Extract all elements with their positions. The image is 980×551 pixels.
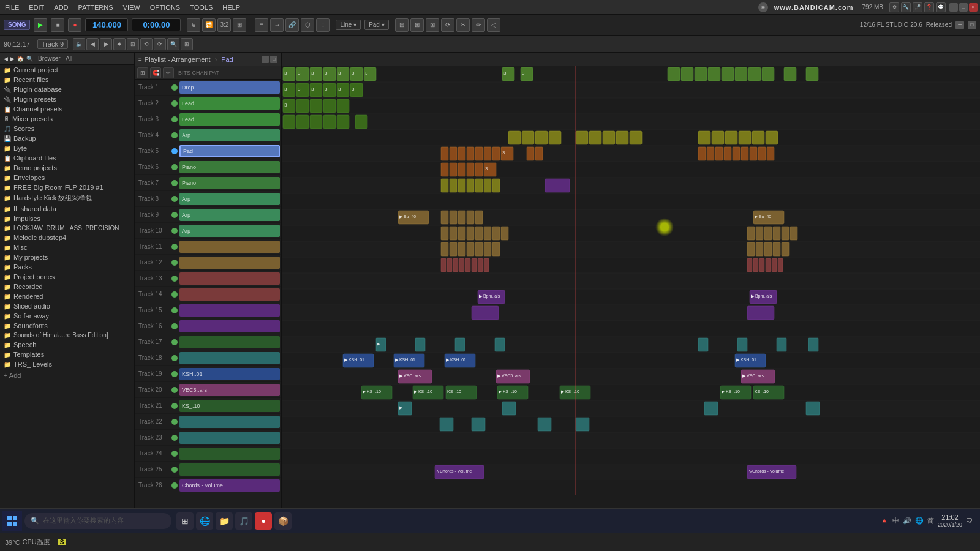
track-11-bar[interactable] [179,241,280,253]
track-5-bar[interactable]: Pad [179,145,280,157]
sidebar-item-scores[interactable]: 🎵 Scores [0,124,134,133]
sys-tray-icon-4[interactable]: 🌐 [915,517,924,525]
tb-icon1[interactable]: 🔈 [73,38,85,50]
track-7-bar[interactable]: Piano [179,177,280,189]
sidebar-item-project-bones[interactable]: 📁 Project bones [0,272,134,282]
sidebar-search-btn[interactable]: 🔍 [26,56,33,62]
track-4-bar[interactable]: Arp [179,129,280,141]
track-7-led[interactable] [172,180,178,186]
track-19-led[interactable] [172,371,178,377]
track-22-bar[interactable] [179,416,280,428]
line-dropdown[interactable]: Line ▾ [336,20,361,30]
track-10-led[interactable] [172,228,178,234]
sidebar-item-so-far-away[interactable]: 📁 So far away [0,311,134,321]
maximize-btn[interactable]: □ [959,3,968,12]
taskbar-icon-6[interactable]: 📦 [274,512,292,530]
taskbar-icon-2[interactable]: 🌐 [196,512,213,530]
sidebar-item-my-projects[interactable]: 📁 My projects [0,252,134,262]
sidebar-item-envelopes[interactable]: 📁 Envelopes [0,173,134,182]
track-15-led[interactable] [172,307,178,313]
pad-dropdown[interactable]: Pad ▾ [364,20,389,30]
tool-g[interactable]: ◁ [487,18,500,32]
tb-icon8[interactable]: 🔍 [167,38,179,50]
track-22-led[interactable] [172,419,178,425]
sidebar-item-soundfonts[interactable]: 📁 Soundfonts [0,321,134,331]
play-btn[interactable]: ▶ [34,18,47,32]
tool-d[interactable]: ⟳ [441,18,454,32]
sidebar-item-recorded[interactable]: 📁 Recorded [0,282,134,291]
track-16-bar[interactable] [179,320,280,332]
track-12-led[interactable] [172,260,178,266]
sidebar-item-lockjaw[interactable]: 📁 LOCKJAW_DRUM_.ASS_PRECISION [0,223,134,233]
tool-b[interactable]: ⊞ [410,18,424,32]
tool-c[interactable]: ⊠ [426,18,439,32]
sys-tray-icon-5[interactable]: 简 [927,516,934,525]
sys-tray-icon-1[interactable]: 🔺 [880,517,889,525]
track-2-bar[interactable]: Lead [179,97,280,110]
sidebar-item-free-big-room[interactable]: 📁 FREE Big Room FLP 2019 #1 [0,182,134,192]
taskbar-icon-4[interactable]: 🎵 [235,512,252,530]
track-20-bar[interactable]: VEC5..ars [179,384,280,396]
track-26-bar[interactable]: Chords - Volume [179,479,280,492]
track-6-bar[interactable]: Piano [179,161,280,173]
track-5-led[interactable] [172,148,178,154]
sidebar-item-clipboard[interactable]: 📋 Clipboard files [0,153,134,163]
track-6-led[interactable] [172,164,178,170]
sidebar-item-misc[interactable]: 📁 Misc [0,242,134,252]
tool-e[interactable]: ✂ [456,18,470,32]
sidebar-item-backup[interactable]: 💾 Backup [0,133,134,143]
track-18-bar[interactable] [179,352,280,364]
close-btn[interactable]: × [969,3,978,12]
loop-btn[interactable]: 🔁 [202,18,216,32]
track-19-bar[interactable]: KSH..01 [179,368,280,380]
tb-icon6[interactable]: ⟲ [140,38,153,50]
tb-icon5[interactable]: ⊡ [127,38,139,50]
pl-tool-magnet[interactable]: 🧲 [150,67,161,78]
sidebar-item-templates[interactable]: 📁 Templates [0,350,134,359]
sidebar-item-sliced-audio[interactable]: 📁 Sliced audio [0,301,134,311]
taskbar-icon-3[interactable]: 📁 [216,512,233,530]
stop-btn[interactable]: ■ [51,18,64,32]
menu-file[interactable]: FILE [2,2,21,12]
mode-display[interactable]: SONG [4,20,30,30]
ctrl3[interactable]: 🔗 [285,18,299,32]
pattern-blocks-svg[interactable]: 3 3 3 3 3 3 3 3 3 [282,66,980,551]
sidebar-item-il-shared[interactable]: 📁 IL shared data [0,204,134,214]
tracks-canvas[interactable]: 3 3 3 3 3 3 3 3 3 [282,66,980,551]
sidebar-item-byte[interactable]: 📁 Byte [0,143,134,153]
sidebar-item-recent-files[interactable]: 📁 Recent files [0,75,134,84]
ctrl2[interactable]: → [270,18,284,32]
track-13-led[interactable] [172,276,178,282]
track-23-led[interactable] [172,435,178,441]
track-8-bar[interactable]: Arp [179,193,280,205]
windows-start-btn[interactable] [2,511,22,531]
track-11-led[interactable] [172,244,178,250]
sidebar-item-packs[interactable]: 📁 Packs [0,262,134,272]
tool-a[interactable]: ⊟ [395,18,409,32]
action-center-btn[interactable]: 🗨 [966,517,973,524]
pl-tool-grid[interactable]: ⊞ [137,67,148,78]
win-maximize2[interactable]: □ [968,21,976,29]
record-btn[interactable]: ● [68,18,81,32]
track-15-bar[interactable] [179,304,280,317]
track-2-led[interactable] [172,100,178,107]
ctrl5[interactable]: ↕ [316,18,330,32]
tool-f[interactable]: ✏ [472,18,485,32]
track-9-bar[interactable]: Arp [179,209,280,221]
minimize-btn[interactable]: ─ [949,3,958,12]
tb-icon3[interactable]: ▶ [100,38,112,50]
ctrl1[interactable]: ≡ [255,18,268,32]
track-20-led[interactable] [172,387,178,393]
mix-btn[interactable]: ⊞ [233,18,246,32]
track-23-bar[interactable] [179,432,280,444]
icon-1[interactable]: ⚙ [889,2,899,12]
track-8-led[interactable] [172,196,178,202]
sidebar-item-mixer-presets[interactable]: 🎚 Mixer presets [0,114,134,124]
track-1-bar[interactable]: Drop [179,81,280,94]
sidebar-item-plugin-presets[interactable]: 🔌 Plugin presets [0,94,134,104]
track-14-led[interactable] [172,291,178,298]
menu-edit[interactable]: EDIT [26,2,47,12]
track-21-bar[interactable]: KS_.10 [179,400,280,412]
taskbar-icon-5[interactable]: ● [255,512,272,530]
sidebar-item-impulses[interactable]: 📁 Impulses [0,214,134,223]
